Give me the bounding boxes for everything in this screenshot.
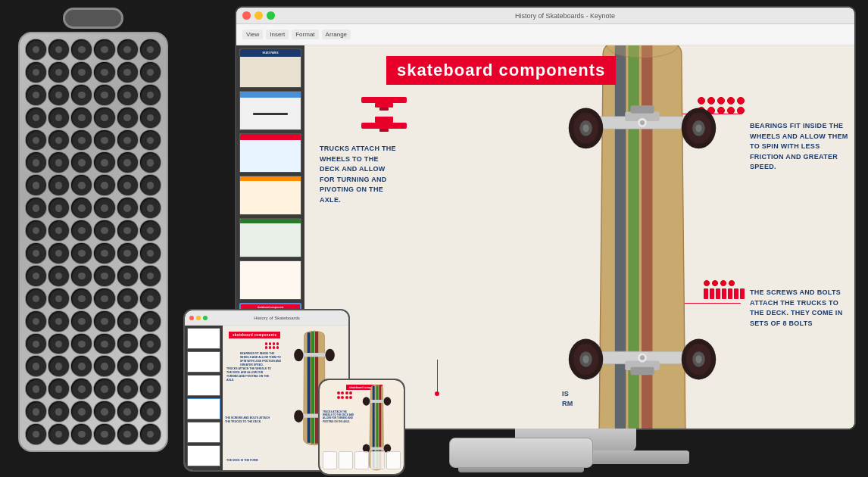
maximize-button[interactable] [267, 11, 275, 20]
ipad-thumb-3[interactable] [187, 375, 220, 396]
mac-pro-hole [117, 334, 138, 354]
ipad-screws-text: THE SCREWS AND BOLTS ATTACH THE TRUCKS T… [225, 416, 270, 424]
ipad-thumb-6[interactable] [187, 445, 220, 466]
minimize-button[interactable] [254, 11, 263, 20]
svg-rect-44 [299, 353, 329, 357]
svg-point-41 [640, 355, 645, 360]
ipad-maximize[interactable] [203, 316, 208, 320]
mac-pro-hole [48, 424, 69, 444]
mac-pro-hole [48, 62, 69, 83]
close-button[interactable] [242, 11, 251, 20]
svg-point-46 [325, 349, 334, 362]
mac-pro-hole [94, 266, 114, 286]
ipad-thumb-1[interactable] [187, 328, 220, 349]
iphone-thumb-1 [323, 451, 337, 469]
ipad-sidebar [185, 326, 223, 470]
svg-rect-14 [375, 117, 393, 123]
mac-pro-hole [94, 379, 114, 399]
iphone-screen: skateboard components [320, 380, 404, 474]
svg-point-45 [294, 349, 303, 362]
svg-point-51 [363, 397, 370, 406]
mac-pro-hole [26, 288, 46, 309]
mac-pro-hole [94, 311, 114, 332]
ipad-toolbar: History of Skateboards [185, 310, 348, 326]
mac-pro-hole [71, 62, 92, 83]
svg-rect-10 [361, 97, 407, 103]
mac-pro-grid [26, 39, 161, 444]
slide-content: skateboard components [304, 45, 854, 429]
mac-pro-hole [140, 288, 161, 309]
mac-pro-hole [117, 130, 138, 151]
iphone-bottom-slides [323, 451, 401, 469]
mac-pro-hole [71, 152, 92, 173]
toolbar-insert[interactable]: Insert [266, 30, 289, 39]
mac-pro-hole [140, 334, 161, 354]
left-annotation-dot [435, 391, 439, 396]
mac-pro-hole [117, 311, 138, 332]
mac-pro-hole [26, 220, 46, 241]
slide-thumb-1[interactable]: SKATE PARKS [239, 48, 301, 88]
svg-point-22 [582, 124, 589, 132]
slide-thumb-6[interactable] [239, 260, 301, 300]
mac-pro-hole [117, 243, 138, 263]
mac-pro-hole [140, 39, 161, 60]
mac-pro-hole [140, 85, 161, 105]
ipad-bearings-text: BEARINGS FIT INSIDE THE WHEELS AND ALLOW… [240, 352, 282, 367]
slide-thumb-2[interactable] [239, 91, 301, 130]
iphone-thumb-5 [386, 451, 401, 469]
mac-pro-handle [63, 8, 123, 29]
mac-pro-hole [26, 152, 46, 173]
mac-pro-hole [117, 62, 138, 83]
toolbar-format[interactable]: Format [292, 30, 318, 39]
mac-pro-hole [48, 288, 69, 309]
slide-thumb-5[interactable] [239, 218, 301, 257]
mac-pro-hole [71, 85, 92, 105]
mac-pro-hole [117, 108, 138, 128]
mac-pro-tower [14, 8, 173, 462]
skateboard-image [461, 45, 854, 429]
main-slide-area[interactable]: skateboard components [304, 45, 854, 429]
slide-title: skateboard components [397, 61, 605, 80]
ipad-close[interactable] [189, 316, 194, 320]
ipad-thumb-5[interactable] [187, 422, 220, 443]
ipad-thumb-2[interactable] [187, 351, 220, 373]
toolbar-view[interactable]: View [242, 30, 263, 39]
toolbar-arrange[interactable]: Arrange [322, 30, 351, 39]
titlebar-title: History of Skateboards - Keynote [282, 12, 848, 20]
ipad-thumb-4[interactable] [187, 398, 220, 419]
mac-pro-hole [26, 334, 46, 354]
mac-pro-hole [140, 424, 161, 444]
mac-pro-hole [26, 424, 46, 444]
mac-pro-hole [94, 401, 114, 422]
mac-pro-hole [71, 39, 92, 60]
slide-thumb-4[interactable] [239, 176, 301, 215]
slide-thumb-3[interactable] [239, 133, 301, 173]
iphone: skateboard components [318, 379, 405, 475]
ipad-slide-title: skateboard components [229, 332, 280, 338]
mac-pro-hole [140, 243, 161, 263]
mac-pro-hole [94, 39, 114, 60]
mac-pro-hole [140, 311, 161, 332]
mac-pro-hole [48, 266, 69, 286]
mac-pro-hole [94, 85, 114, 105]
mac-pro-hole [26, 175, 46, 195]
iphone-text: TRUCKS ATTACH THE WHEELS TO THE DECK AND… [323, 410, 357, 423]
mac-pro-hole [26, 85, 46, 105]
mac-mini [449, 438, 593, 468]
mac-pro-hole [26, 379, 46, 399]
mac-pro-hole [26, 130, 46, 151]
mac-pro-hole [48, 379, 69, 399]
mac-pro-hole [94, 220, 114, 241]
ipad-minimize[interactable] [196, 316, 201, 320]
mac-pro-hole [71, 311, 92, 332]
mac-pro-hole [26, 39, 46, 60]
mac-pro-hole [140, 220, 161, 241]
iphone-bearing-circles [337, 391, 353, 400]
mac-pro-hole [71, 220, 92, 241]
mac-pro-hole [48, 198, 69, 218]
mac-pro-hole [71, 130, 92, 151]
svg-rect-18 [630, 105, 654, 113]
mac-pro-hole [48, 243, 69, 263]
mac-pro-hole [48, 220, 69, 241]
mac-pro-hole [117, 220, 138, 241]
